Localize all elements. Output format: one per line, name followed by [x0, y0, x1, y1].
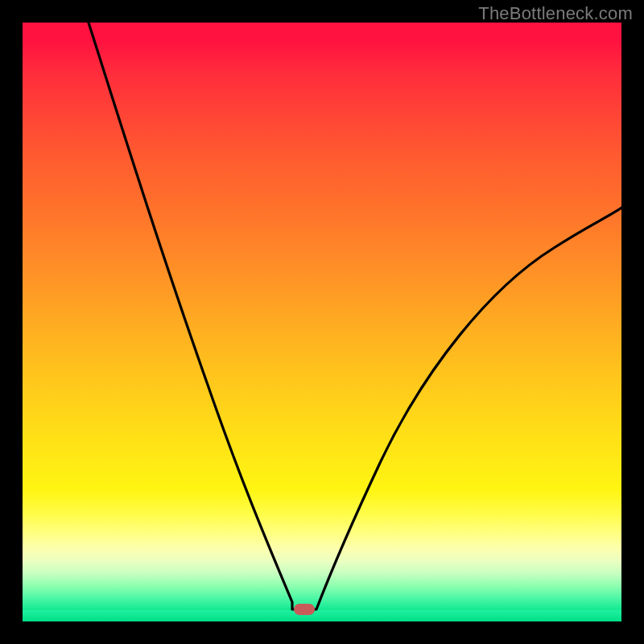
- watermark-text: TheBottleneck.com: [478, 3, 633, 24]
- chart-frame: TheBottleneck.com: [0, 0, 644, 644]
- plot-area: [23, 23, 621, 621]
- minimum-marker: [294, 604, 315, 615]
- curve-layer: [23, 23, 621, 621]
- bottleneck-curve: [89, 23, 621, 609]
